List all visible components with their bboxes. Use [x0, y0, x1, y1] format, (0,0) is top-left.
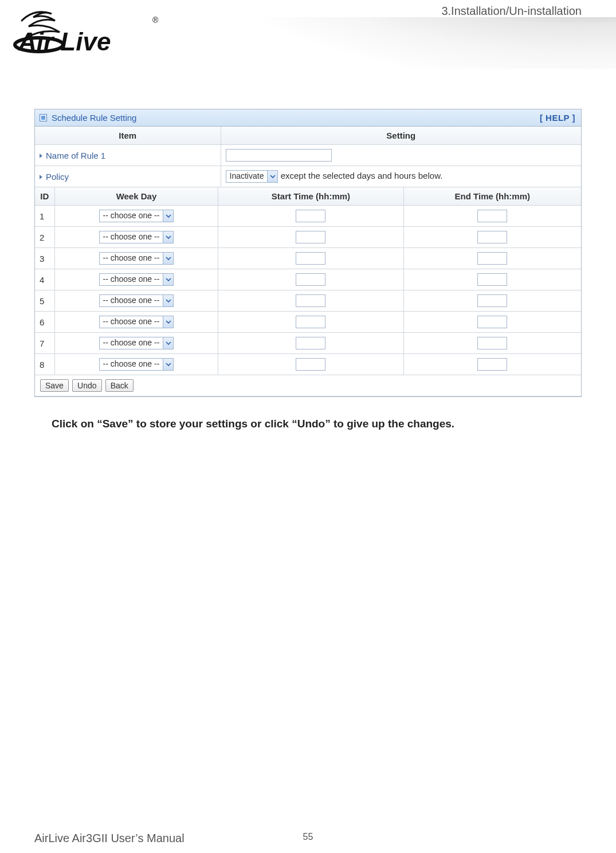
col-item: Item [35, 127, 221, 145]
row-id: 5 [35, 290, 54, 312]
panel-icon [40, 114, 47, 121]
end-time-input[interactable] [477, 358, 507, 371]
back-button[interactable]: Back [105, 379, 134, 392]
end-time-input[interactable] [477, 252, 507, 265]
chevron-down-icon [163, 337, 173, 349]
policy-select-value: Inactivate [226, 171, 268, 182]
chevron-down-icon [163, 359, 173, 370]
policy-select[interactable]: Inactivate [226, 170, 278, 183]
policy-text: Policy [46, 172, 69, 182]
weekday-value: -- choose one -- [100, 210, 163, 222]
row-id: 1 [35, 206, 54, 227]
weekday-select[interactable]: -- choose one -- [99, 231, 174, 243]
table-row: 5 -- choose one -- [35, 290, 581, 312]
header-swoosh [181, 17, 616, 69]
table-row: 2 -- choose one -- [35, 227, 581, 248]
row-id: 3 [35, 248, 54, 269]
start-time-input[interactable] [296, 337, 325, 349]
chapter-label: 3.Installation/Un-installation [441, 5, 582, 18]
start-time-input[interactable] [296, 358, 325, 371]
start-time-input[interactable] [296, 316, 325, 328]
start-time-input[interactable] [296, 210, 325, 222]
table-row: 8 -- choose one -- [35, 354, 581, 375]
rule-name-input[interactable] [226, 149, 332, 162]
end-time-input[interactable] [477, 231, 507, 243]
weekday-select[interactable]: -- choose one -- [99, 210, 174, 222]
instruction-text: Click on “Save” to store your settings o… [34, 418, 582, 430]
chevron-down-icon [163, 210, 173, 222]
row-id: 2 [35, 227, 54, 248]
col-id: ID [35, 187, 54, 206]
start-time-input[interactable] [296, 294, 325, 307]
chevron-down-icon [163, 231, 173, 243]
panel-title: Schedule Rule Setting [52, 113, 136, 123]
chevron-down-icon [267, 171, 277, 182]
policy-label: Policy [35, 166, 221, 187]
table-row: 6 -- choose one -- [35, 312, 581, 333]
row-id: 4 [35, 269, 54, 290]
end-time-input[interactable] [477, 337, 507, 349]
svg-text:®: ® [152, 15, 159, 25]
col-end: End Time (hh:mm) [403, 187, 581, 206]
weekday-select[interactable]: -- choose one -- [99, 273, 174, 286]
table-row: 4 -- choose one -- [35, 269, 581, 290]
chevron-down-icon [163, 274, 173, 285]
footer-manual: AirLive Air3GII User’s Manual [34, 832, 185, 845]
name-of-rule-label: Name of Rule 1 [35, 145, 221, 166]
panel-header: Schedule Rule Setting [ HELP ] [35, 109, 581, 127]
weekday-select[interactable]: -- choose one -- [99, 337, 174, 349]
start-time-input[interactable] [296, 252, 325, 265]
weekday-value: -- choose one -- [100, 253, 163, 264]
end-time-input[interactable] [477, 273, 507, 286]
col-weekday: Week Day [54, 187, 218, 206]
chevron-down-icon [163, 253, 173, 264]
table-row: 7 -- choose one -- [35, 333, 581, 354]
footer-page: 55 [303, 832, 313, 842]
name-of-rule-text: Name of Rule 1 [46, 151, 105, 160]
schedule-rule-panel: Schedule Rule Setting [ HELP ] Item Sett… [34, 109, 582, 397]
end-time-input[interactable] [477, 316, 507, 328]
weekday-value: -- choose one -- [100, 231, 163, 243]
table-row: 3 -- choose one -- [35, 248, 581, 269]
save-button[interactable]: Save [40, 379, 69, 392]
weekday-value: -- choose one -- [100, 274, 163, 285]
table-row: 1 -- choose one -- [35, 206, 581, 227]
chevron-down-icon [163, 295, 173, 306]
end-time-input[interactable] [477, 294, 507, 307]
chevron-down-icon [163, 316, 173, 328]
row-id: 6 [35, 312, 54, 333]
weekday-value: -- choose one -- [100, 337, 163, 349]
weekday-value: -- choose one -- [100, 359, 163, 370]
airlive-logo: Air Live ® [10, 6, 159, 56]
weekday-select[interactable]: -- choose one -- [99, 358, 174, 371]
weekday-select[interactable]: -- choose one -- [99, 252, 174, 265]
weekday-value: -- choose one -- [100, 295, 163, 306]
row-id: 8 [35, 354, 54, 375]
row-id: 7 [35, 333, 54, 354]
weekday-value: -- choose one -- [100, 316, 163, 328]
help-link[interactable]: [ HELP ] [540, 113, 575, 123]
weekday-select[interactable]: -- choose one -- [99, 294, 174, 307]
undo-button[interactable]: Undo [72, 379, 101, 392]
svg-text:Air Live: Air Live [18, 27, 111, 56]
policy-suffix: except the selected days and hours below… [281, 171, 443, 180]
end-time-input[interactable] [477, 210, 507, 222]
col-setting: Setting [221, 127, 581, 145]
start-time-input[interactable] [296, 273, 325, 286]
col-start: Start Time (hh:mm) [218, 187, 403, 206]
start-time-input[interactable] [296, 231, 325, 243]
weekday-select[interactable]: -- choose one -- [99, 316, 174, 328]
